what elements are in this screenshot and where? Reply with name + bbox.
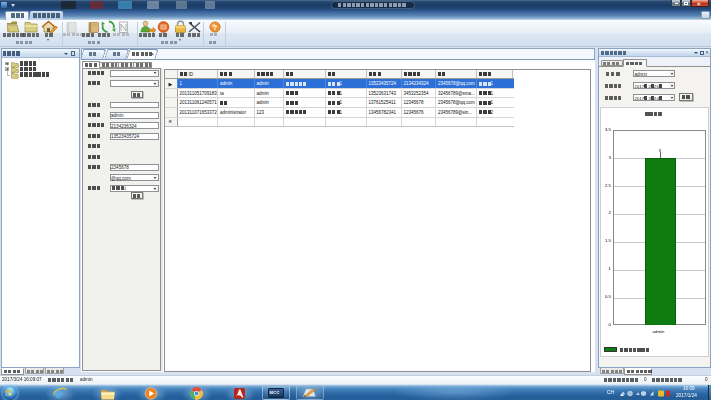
svg-text:?: ?	[213, 23, 218, 32]
